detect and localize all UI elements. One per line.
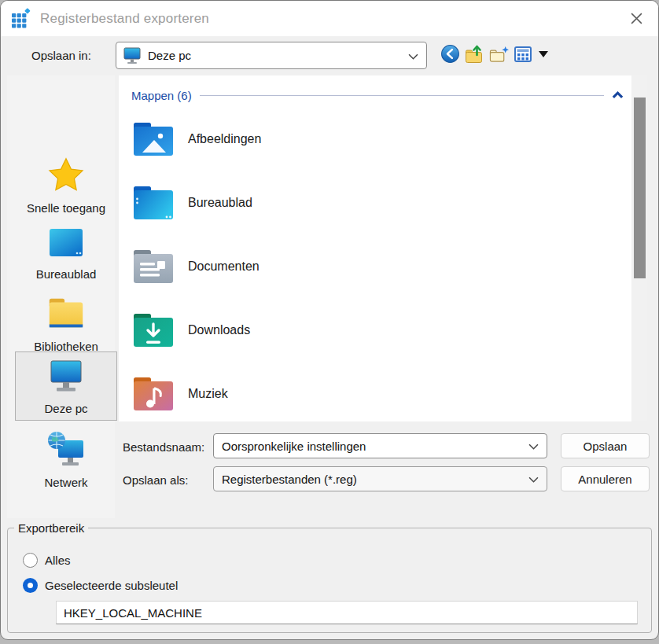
sidebar-item-quick-access[interactable]: Snelle toegang [15,153,117,215]
folder-item-documenten[interactable]: Documenten [131,244,572,289]
navigation-toolbar [440,43,548,64]
filetype-label: Opslaan als: [123,473,188,487]
sidebar-item-label: Bureaublad [15,267,117,281]
save-in-combobox[interactable]: Deze pc [116,42,427,69]
folder-name: Bureaublad [188,196,252,210]
sidebar-item-libraries[interactable]: Bibliotheken [15,291,117,353]
folder-name: Downloads [188,323,250,337]
back-icon[interactable] [440,43,460,64]
export-range-legend: Exportbereik [14,521,88,535]
new-folder-icon[interactable] [488,43,509,64]
network-icon [15,430,117,473]
registry-icon [10,8,31,29]
downloads-folder-icon [131,310,175,351]
folder-item-downloads[interactable]: Downloads [131,307,572,353]
up-one-level-icon[interactable] [464,43,484,64]
save-in-label: Opslaan in: [31,49,91,62]
documents-folder-icon [131,246,175,287]
sidebar-item-this-pc[interactable]: Deze pc [15,351,117,421]
folders-group-header[interactable]: Mappen (6) [131,86,624,104]
cancel-button[interactable]: Annuleren [561,466,650,491]
chevron-down-icon [528,439,539,453]
folder-name: Documenten [188,259,260,274]
filetype-value: Registerbestanden (*.reg) [222,473,357,486]
sidebar-item-label: Deze pc [16,402,116,415]
filename-value: Oorspronkelijke instellingen [222,440,366,453]
folder-item-muziek[interactable]: Muziek [131,371,572,417]
folders-group-title: Mappen (6) [131,89,192,102]
group-separator-line [200,95,604,96]
desktop-folder-icon [131,182,175,223]
radio-checked-icon[interactable] [23,578,38,593]
chevron-down-icon [408,49,418,63]
save-in-value: Deze pc [148,49,191,62]
title-bar: Registerbestand exporteren [1,1,658,36]
sidebar-item-label: Snelle toegang [15,201,117,215]
sidebar-item-label: Netwerk [15,476,117,489]
save-button[interactable]: Opslaan [561,433,650,458]
music-folder-icon [131,374,175,414]
chevron-up-icon[interactable] [612,88,624,102]
folder-item-bureaublad[interactable]: Bureaublad [131,180,572,226]
chevron-down-icon [528,472,539,486]
sidebar-item-network[interactable]: Netwerk [15,427,117,489]
radio-option-all[interactable]: Alles [23,553,71,568]
radio-label: Alles [45,554,71,567]
this-pc-icon [16,359,116,399]
view-menu-dropdown-caret[interactable] [539,51,548,57]
radio-unchecked-icon[interactable] [23,553,38,568]
filename-label: Bestandsnaam: [123,440,204,454]
window-title: Registerbestand exporteren [40,11,209,27]
scrollbar-thumb[interactable] [634,98,646,278]
view-menu-icon[interactable] [513,43,533,64]
folder-item-afbeeldingen[interactable]: Afbeeldingen [131,116,572,162]
pictures-folder-icon [131,119,175,160]
places-sidebar: Snelle toegang Bureaublad B [7,75,115,518]
this-pc-icon [123,47,142,64]
star-icon [15,156,117,198]
radio-label: Geselecteerde subsleutel [45,579,178,592]
close-button[interactable] [624,6,649,31]
desktop-icon [15,226,117,264]
folder-name: Afbeeldingen [188,132,261,146]
selected-subkey-input[interactable]: HKEY_LOCAL_MACHINE [56,601,638,624]
libraries-folder-icon [15,294,117,337]
radio-option-selected-subkey[interactable]: Geselecteerde subsleutel [23,578,178,593]
sidebar-item-desktop[interactable]: Bureaublad [15,223,117,281]
filename-combobox[interactable]: Oorspronkelijke instellingen [213,433,547,458]
close-icon [630,12,643,25]
selected-subkey-value: HKEY_LOCAL_MACHINE [64,606,202,620]
folder-name: Muziek [188,387,228,401]
filetype-combobox[interactable]: Registerbestanden (*.reg) [213,466,547,491]
export-registry-dialog: Registerbestand exporteren Opslaan in: D… [0,0,659,640]
